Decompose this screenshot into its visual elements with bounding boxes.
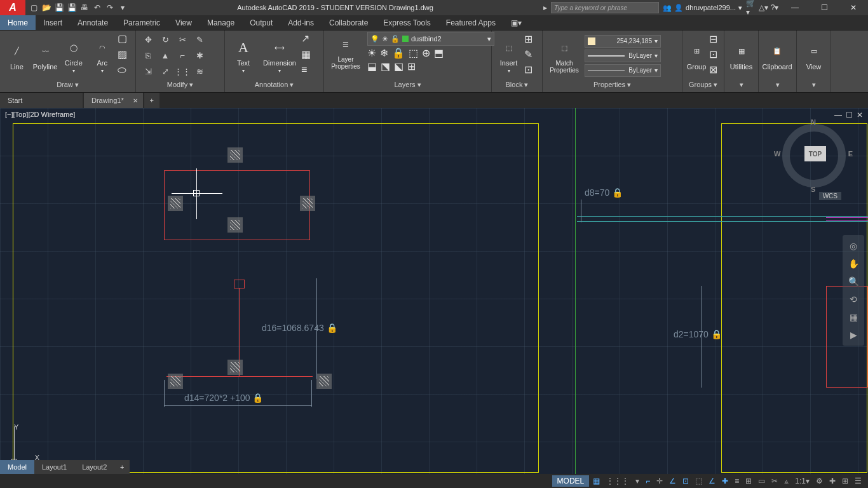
layer-tool-4-icon[interactable]: ⬚ bbox=[409, 47, 418, 59]
tab-annotate[interactable]: Annotate bbox=[70, 15, 116, 30]
status-iso-icon[interactable]: ∠ bbox=[667, 475, 679, 487]
panel-draw-label[interactable]: Draw ▾ bbox=[0, 81, 135, 92]
panel-view-label[interactable]: ▾ bbox=[797, 81, 831, 92]
status-polar-icon[interactable]: ✛ bbox=[654, 475, 665, 487]
grip[interactable] bbox=[227, 217, 243, 233]
viewcube-e[interactable]: E bbox=[848, 150, 853, 158]
panel-groups-label[interactable]: Groups ▾ bbox=[682, 81, 724, 92]
panel-modify-label[interactable]: Modify ▾ bbox=[136, 81, 224, 92]
undo-icon[interactable]: ↶ bbox=[92, 2, 103, 13]
leader-icon[interactable]: ↗ bbox=[301, 32, 315, 48]
status-snap-icon[interactable]: ⋮⋮⋮ bbox=[604, 475, 632, 487]
view-tool[interactable]: ▭View bbox=[801, 41, 827, 71]
panel-annotation-label[interactable]: Annotation ▾ bbox=[225, 81, 323, 92]
status-tpy-icon[interactable]: ⊞ bbox=[743, 475, 754, 487]
autodesk-icon[interactable]: △▾ bbox=[757, 2, 769, 13]
group-edit-icon[interactable]: ⊡ bbox=[709, 48, 723, 64]
table-icon[interactable]: ▦ bbox=[301, 48, 315, 64]
arc-tool[interactable]: ◠Arc▾ bbox=[89, 37, 115, 74]
saveas-icon[interactable]: 💾 bbox=[66, 2, 78, 13]
layout-1[interactable]: Layout1 bbox=[34, 460, 74, 474]
layer-tool-5-icon[interactable]: ⊕ bbox=[422, 47, 430, 59]
nav-orbit-icon[interactable]: ⟲ bbox=[846, 292, 860, 306]
tab-overflow-icon[interactable]: ▣▾ bbox=[503, 15, 529, 30]
rectangle-icon[interactable]: ▢ bbox=[118, 32, 132, 48]
vp-close-icon[interactable]: ✕ bbox=[857, 111, 863, 119]
status-ws-icon[interactable]: ⚙ bbox=[813, 475, 825, 487]
nav-zoom-icon[interactable]: 🔍 bbox=[846, 274, 860, 288]
status-otrack-icon[interactable]: ∠ bbox=[706, 475, 718, 487]
nav-play-icon[interactable]: ▶ bbox=[846, 328, 860, 342]
circle-tool[interactable]: ◯Circle▾ bbox=[61, 37, 87, 74]
mtext-icon[interactable]: ≡ bbox=[301, 64, 315, 79]
ungroup-icon[interactable]: ⊟ bbox=[709, 33, 723, 48]
status-custom-icon[interactable]: ☰ bbox=[852, 475, 864, 487]
line-tool[interactable]: ╱Line bbox=[4, 41, 30, 71]
help-icon[interactable]: ?▾ bbox=[769, 2, 780, 13]
viewcube-s[interactable]: S bbox=[811, 186, 815, 193]
minimize-button[interactable]: — bbox=[780, 0, 810, 15]
layout-2[interactable]: Layout2 bbox=[74, 460, 114, 474]
close-tab-icon[interactable]: ✕ bbox=[133, 97, 138, 104]
maximize-button[interactable]: ☐ bbox=[810, 0, 839, 15]
ellipse-icon[interactable]: ⬭ bbox=[118, 64, 132, 79]
stretch-icon[interactable]: ⇲ bbox=[140, 64, 156, 79]
status-qp-icon[interactable]: ▭ bbox=[756, 475, 768, 487]
status-grid-icon[interactable]: ▦ bbox=[590, 475, 602, 487]
group-tool[interactable]: ⊞Group bbox=[686, 41, 707, 71]
layer-tool-2-icon[interactable]: ❄ bbox=[380, 47, 388, 59]
viewcube-n[interactable]: N bbox=[811, 118, 816, 126]
nav-pan-icon[interactable]: ✋ bbox=[846, 257, 860, 271]
move-icon[interactable]: ✥ bbox=[140, 32, 156, 48]
layer-tool-3-icon[interactable]: 🔒 bbox=[392, 47, 405, 59]
grip[interactable] bbox=[168, 196, 183, 211]
tab-home[interactable]: Home bbox=[0, 15, 36, 30]
layout-model[interactable]: Model bbox=[0, 460, 34, 474]
insert-tool[interactable]: ⬚Insert▾ bbox=[496, 37, 522, 74]
status-sc-icon[interactable]: ✂ bbox=[769, 475, 780, 487]
tab-view[interactable]: View bbox=[168, 15, 200, 30]
tab-insert[interactable]: Insert bbox=[36, 15, 70, 30]
search-trigger-icon[interactable]: ▸ bbox=[539, 2, 551, 13]
tab-express[interactable]: Express Tools bbox=[376, 15, 438, 30]
status-infer-icon[interactable]: ▾ bbox=[633, 475, 642, 487]
panel-layers-label[interactable]: Layers ▾ bbox=[324, 81, 491, 92]
erase-icon[interactable]: ✎ bbox=[191, 32, 208, 48]
grip[interactable] bbox=[316, 374, 332, 389]
tab-parametric[interactable]: Parametric bbox=[116, 15, 168, 30]
array-icon[interactable]: ⋮⋮ bbox=[174, 64, 191, 79]
app-logo[interactable]: A bbox=[0, 0, 25, 15]
copy-icon[interactable]: ⎘ bbox=[140, 48, 156, 64]
wcs-label[interactable]: WCS bbox=[819, 192, 841, 200]
tab-output[interactable]: Output bbox=[242, 15, 280, 30]
tab-start[interactable]: Start bbox=[0, 93, 83, 108]
cart-icon[interactable]: 🛒▾ bbox=[746, 2, 757, 13]
plot-icon[interactable]: 🖶 bbox=[79, 2, 90, 13]
explode-icon[interactable]: ✱ bbox=[191, 48, 208, 64]
layer-tool-6-icon[interactable]: ⬒ bbox=[434, 47, 444, 59]
viewcube-face[interactable]: TOP bbox=[804, 146, 826, 161]
open-icon[interactable]: 📂 bbox=[41, 2, 52, 13]
new-icon[interactable]: ▢ bbox=[28, 2, 39, 13]
status-osnap-icon[interactable]: ⊡ bbox=[680, 475, 691, 487]
layer-properties-tool[interactable]: ☰Layer Properties bbox=[328, 34, 363, 70]
status-3dosnap-icon[interactable]: ⬚ bbox=[693, 475, 705, 487]
panel-clipboard-label[interactable]: ▾ bbox=[759, 81, 796, 92]
qat-dropdown-icon[interactable]: ▾ bbox=[117, 2, 128, 13]
create-block-icon[interactable]: ⊞ bbox=[524, 33, 538, 48]
vp-minimize-icon[interactable]: — bbox=[834, 111, 842, 119]
status-ui-icon[interactable]: ⊞ bbox=[839, 475, 851, 487]
status-dyn-icon[interactable]: ✚ bbox=[719, 475, 731, 487]
status-model[interactable]: MODEL bbox=[552, 475, 590, 487]
vp-maximize-icon[interactable]: ☐ bbox=[846, 111, 853, 119]
layout-add[interactable]: + bbox=[114, 460, 130, 474]
panel-utilities-label[interactable]: ▾ bbox=[724, 81, 758, 92]
panel-block-label[interactable]: Block ▾ bbox=[492, 81, 542, 92]
new-tab-button[interactable]: + bbox=[144, 93, 159, 108]
panel-properties-label[interactable]: Properties ▾ bbox=[543, 81, 682, 92]
nav-wheel-icon[interactable]: ◎ bbox=[846, 239, 860, 253]
status-lwt-icon[interactable]: ≡ bbox=[732, 475, 742, 487]
tab-collaborate[interactable]: Collaborate bbox=[322, 15, 376, 30]
polyline-tool[interactable]: 〰Polyline bbox=[32, 41, 58, 71]
grip[interactable] bbox=[227, 147, 243, 163]
